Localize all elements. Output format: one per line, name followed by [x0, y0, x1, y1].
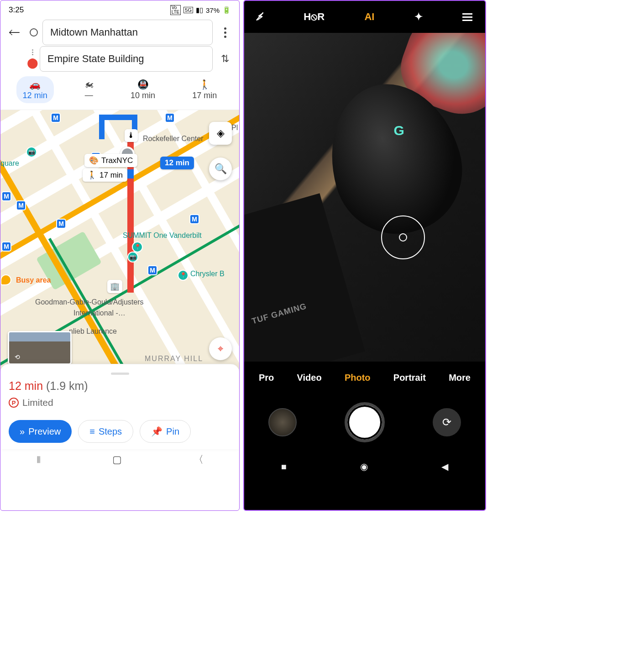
poi-label: Chrysler B: [190, 270, 225, 278]
metro-icon: M: [51, 113, 61, 123]
android-navbar: ■ ◉ ◀: [244, 455, 485, 478]
flash-off-icon[interactable]: ⚡︎̸: [257, 11, 264, 23]
layers-button[interactable]: ◈: [209, 122, 232, 145]
switch-camera-button[interactable]: ⟳: [433, 408, 461, 436]
mode-transit[interactable]: 🚇10 min: [124, 76, 162, 103]
home-button[interactable]: ◉: [360, 461, 368, 472]
metro-icon: M: [189, 214, 199, 224]
district-label: MURRAY HILL: [145, 355, 203, 363]
parking-info: P Limited: [9, 397, 231, 408]
drive-time-chip[interactable]: 12 min: [160, 157, 194, 169]
sheet-handle[interactable]: [111, 373, 129, 375]
search-map-button[interactable]: 🔍: [209, 158, 232, 180]
poi-icon: 📍: [178, 270, 189, 281]
status-battery: 37%: [206, 6, 220, 14]
map-canvas[interactable]: M M M M M M M M M 📷 📍 📷 📍 quare Rockefel…: [0, 110, 239, 369]
swap-button[interactable]: ⇅: [215, 49, 235, 68]
mode-portrait[interactable]: Portrait: [393, 373, 426, 383]
filters-icon[interactable]: ✦: [414, 11, 423, 23]
origin-icon: [30, 28, 38, 37]
android-navbar: ⦀ ▢ 〈: [0, 449, 239, 472]
poi-label: nlieb Laurence: [69, 327, 117, 336]
back-nav-button[interactable]: ◀: [441, 461, 448, 472]
camera-controls: ⟳: [244, 394, 485, 455]
poi-icon: 📍: [132, 242, 143, 252]
poi-icon: 📷: [127, 252, 138, 262]
metro-icon: M: [165, 113, 175, 123]
hamburger-menu[interactable]: [462, 13, 472, 21]
poi-label: quare: [0, 159, 19, 168]
preview-button[interactable]: »Preview: [9, 420, 72, 443]
mode-motorcycle[interactable]: 🏍—: [78, 76, 100, 103]
walk-time-chip[interactable]: 🚶17 min: [83, 168, 127, 182]
mode-drive[interactable]: 🚗12 min: [16, 76, 54, 103]
route-sheet[interactable]: 12 min (1.9 km) P Limited »Preview ≡Step…: [0, 364, 239, 449]
metro-icon: M: [16, 200, 26, 210]
mode-photo[interactable]: Photo: [345, 373, 371, 383]
poi-label: Goodman-Gable-Gould/Adjusters: [35, 298, 143, 306]
mode-walk[interactable]: 🚶17 min: [186, 76, 223, 103]
travel-modes: 🚗12 min 🏍— 🚇10 min 🚶17 min: [0, 72, 239, 110]
status-icons: VoLTE 5G ▮▯ 37% 🔋: [170, 5, 231, 15]
camera-modes: Pro Video Photo Portrait More: [244, 362, 485, 394]
thermometer-chip: 🌡: [125, 129, 138, 142]
back-button[interactable]: 🡐: [5, 23, 23, 42]
busy-area-label: Busy area: [16, 276, 51, 284]
metro-icon: M: [147, 265, 157, 275]
poi-label: Pl: [231, 124, 238, 132]
poi-chip-traxnyc[interactable]: 🎨TraxNYC: [84, 154, 137, 167]
poi-label: International -…: [73, 309, 126, 317]
camera-app: ⚡︎̸ H⦸R AI ✦ Pro Video Photo Portrait Mo…: [243, 0, 486, 511]
camera-top-bar: ⚡︎̸ H⦸R AI ✦: [244, 1, 485, 33]
back-nav-button[interactable]: 〈: [194, 453, 204, 467]
poi-icon: 📷: [26, 147, 37, 158]
recents-button[interactable]: ■: [281, 462, 287, 472]
mode-pro[interactable]: Pro: [259, 373, 274, 383]
pin-icon: 📌: [151, 426, 162, 437]
focus-ring[interactable]: [381, 215, 425, 259]
parking-icon: P: [9, 398, 19, 408]
origin-input[interactable]: Midtown Manhattan: [42, 20, 213, 45]
poi-label: SUMMIT One Vanderbilt: [123, 231, 202, 240]
mode-video[interactable]: Video: [297, 373, 322, 383]
metro-icon: M: [1, 242, 11, 252]
steps-button[interactable]: ≡Steps: [78, 420, 133, 443]
destination-icon: ⬤: [28, 57, 37, 69]
route-eta: 12 min (1.9 km): [9, 379, 231, 393]
overflow-menu[interactable]: [215, 23, 235, 42]
camera-viewfinder[interactable]: [244, 33, 485, 362]
home-button[interactable]: ▢: [112, 454, 122, 466]
maps-app: 3:25 VoLTE 5G ▮▯ 37% 🔋 🡐 Midtown Manhatt…: [0, 0, 240, 511]
destination-input[interactable]: Empire State Building: [40, 46, 213, 72]
gallery-thumbnail[interactable]: [268, 408, 297, 436]
metro-icon: M: [1, 191, 11, 201]
status-time: 3:25: [9, 5, 24, 15]
streetview-thumbnail[interactable]: ⟲: [8, 331, 72, 365]
metro-icon: M: [56, 219, 66, 229]
poi-label: Rockefeller Center: [143, 135, 204, 143]
hdr-toggle[interactable]: H⦸R: [304, 11, 325, 23]
mode-more[interactable]: More: [449, 373, 471, 383]
status-bar: 3:25 VoLTE 5G ▮▯ 37% 🔋: [0, 0, 239, 17]
ai-toggle[interactable]: AI: [364, 11, 374, 23]
recentre-button[interactable]: ⌖: [209, 337, 232, 360]
shutter-button[interactable]: [345, 402, 385, 442]
list-icon: ≡: [89, 426, 95, 437]
business-chip: 🏢: [107, 280, 122, 293]
recents-button[interactable]: ⦀: [37, 454, 41, 466]
pin-button[interactable]: 📌Pin: [140, 420, 191, 443]
preview-icon: »: [20, 426, 25, 437]
